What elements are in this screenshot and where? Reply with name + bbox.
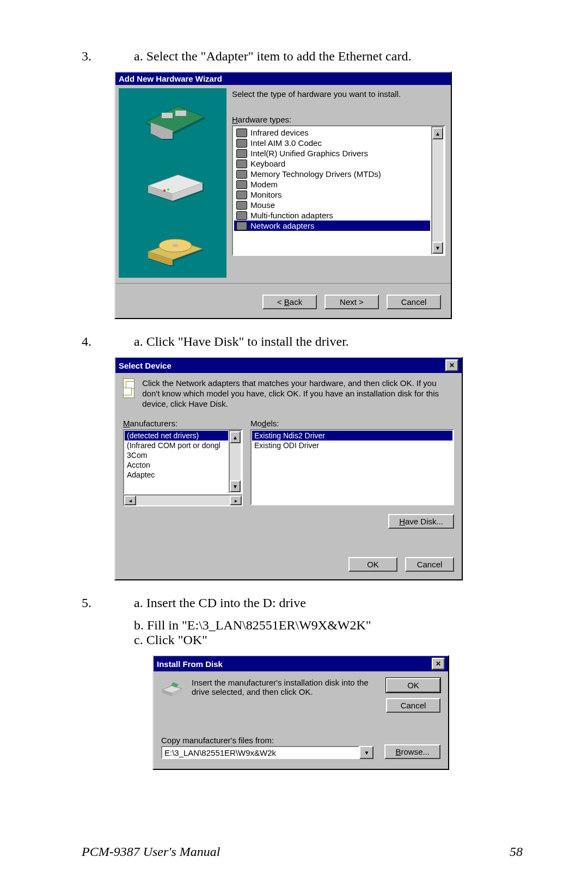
path-input[interactable]	[161, 746, 359, 759]
path-combobox[interactable]: ▼	[161, 746, 373, 759]
step-4-number: 4.	[82, 334, 134, 349]
step-5: 5. a. Insert the CD into the D: drive	[82, 596, 523, 610]
hardware-type-item[interactable]: Monitors	[234, 189, 430, 200]
floppy-drive-icon	[161, 681, 183, 698]
step-3-text: a. Select the "Adapter" item to add the …	[134, 49, 523, 64]
step-5-b: b. Fill in "E:\3_LAN\82551ER\W9X&W2K"	[134, 618, 523, 633]
dialog-titlebar: Install From Disk ✕	[154, 656, 448, 671]
scroll-up-icon[interactable]: ▲	[432, 127, 443, 139]
select-device-description: Click the Network adapters that matches …	[142, 378, 454, 409]
dialog-title: Add New Hardware Wizard	[119, 74, 222, 83]
copy-from-label: Copy manufacturer's files from:	[161, 736, 373, 745]
scroll-down-icon[interactable]: ▼	[432, 242, 443, 254]
device-icon	[236, 222, 247, 230]
footer-manual-title: PCM-9387 User's Manual	[82, 845, 510, 859]
device-icon	[236, 201, 247, 210]
dialog-titlebar: Select Device ✕	[115, 358, 462, 373]
cancel-button[interactable]: Cancel	[386, 698, 440, 713]
svg-rect-2	[175, 111, 186, 116]
dialog-title: Select Device	[119, 361, 171, 370]
dialog-titlebar: Add New Hardware Wizard	[115, 72, 451, 85]
svg-point-8	[167, 188, 169, 191]
step-4-text: a. Click "Have Disk" to install the driv…	[134, 334, 523, 349]
install-from-disk-dialog: Install From Disk ✕ Insert the manufactu…	[152, 655, 449, 770]
device-icon	[236, 139, 247, 148]
hardware-type-item[interactable]: Modem	[234, 179, 430, 189]
step-3: 3. a. Select the "Adapter" item to add t…	[82, 49, 523, 64]
have-disk-button[interactable]: Have Disk...	[388, 514, 454, 529]
add-new-hardware-wizard-dialog: Add New Hardware Wizard	[114, 71, 452, 319]
ok-button[interactable]: OK	[348, 557, 397, 572]
hardware-type-item[interactable]: Intel AIM 3.0 Codec	[234, 138, 430, 148]
hardware-type-item[interactable]: Keyboard	[234, 158, 430, 169]
device-icon	[236, 180, 247, 189]
wizard-prompt: Select the type of hardware you want to …	[232, 89, 445, 99]
scrollbar[interactable]: ▲ ▼	[229, 430, 242, 493]
modem-box-icon	[140, 164, 205, 202]
manufacturer-item[interactable]: Adaptec	[125, 470, 228, 480]
step-5-a: a. Insert the CD into the D: drive	[134, 596, 523, 610]
back-button[interactable]: < Back	[262, 295, 317, 309]
device-icon	[236, 191, 247, 199]
svg-rect-1	[162, 113, 173, 118]
manufacturers-list[interactable]: (detected net drivers)(Infrared COM port…	[123, 429, 243, 494]
cd-drive-icon	[140, 227, 205, 265]
svg-point-7	[163, 189, 166, 192]
hardware-types-label: Hardware types:	[232, 115, 445, 124]
pci-card-icon	[140, 101, 205, 139]
device-icon	[236, 149, 247, 158]
svg-point-11	[172, 244, 179, 247]
hardware-type-item[interactable]: Intel(R) Unified Graphics Drivers	[234, 148, 430, 158]
step-4: 4. a. Click "Have Disk" to install the d…	[82, 334, 523, 349]
dialog-title: Install From Disk	[157, 659, 223, 669]
scroll-up-icon[interactable]: ▲	[230, 431, 241, 443]
hardware-type-item[interactable]: Infrared devices	[234, 127, 430, 138]
hardware-types-list[interactable]: Infrared devicesIntel AIM 3.0 CodecIntel…	[232, 125, 445, 256]
device-icon	[236, 129, 247, 137]
device-icon	[236, 160, 247, 168]
wizard-sidebar-graphic	[119, 88, 226, 278]
browse-button[interactable]: Browse...	[384, 744, 440, 759]
manufacturer-item[interactable]: Accton	[125, 460, 228, 470]
close-icon[interactable]: ✕	[445, 359, 458, 371]
model-item[interactable]: Existing ODI Driver	[252, 440, 452, 450]
hardware-type-item[interactable]: Memory Technology Drivers (MTDs)	[234, 169, 430, 179]
hardware-type-item[interactable]: Multi-function adapters	[234, 210, 430, 221]
ok-button[interactable]: OK	[386, 678, 440, 693]
network-adapter-icon	[123, 378, 134, 398]
model-item[interactable]: Existing Ndis2 Driver	[252, 431, 452, 440]
models-label: Models:	[250, 419, 454, 428]
close-icon[interactable]: ✕	[432, 658, 445, 670]
step-5-c: c. Click "OK"	[134, 633, 523, 647]
cancel-button[interactable]: Cancel	[405, 557, 454, 572]
scroll-left-icon[interactable]: ◂	[124, 495, 136, 505]
h-scrollbar[interactable]: ◂ ▸	[123, 494, 243, 506]
device-icon	[236, 170, 247, 179]
scroll-down-icon[interactable]: ▼	[230, 480, 241, 492]
scrollbar[interactable]: ▲ ▼	[431, 126, 444, 255]
hardware-type-item[interactable]: Network adapters	[234, 221, 430, 231]
next-button[interactable]: Next >	[324, 295, 379, 309]
step-5-number: 5.	[82, 596, 134, 610]
install-from-disk-message: Insert the manufacturer's installation d…	[192, 678, 377, 696]
manufacturer-item[interactable]: (Infrared COM port or dongl	[125, 440, 228, 450]
hardware-type-item[interactable]: Mouse	[234, 200, 430, 210]
select-device-dialog: Select Device ✕ Click the Network adapte…	[114, 357, 463, 580]
manufacturer-item[interactable]: 3Com	[125, 450, 228, 460]
scroll-right-icon[interactable]: ▸	[230, 495, 242, 505]
manufacturer-item[interactable]: (detected net drivers)	[125, 431, 228, 440]
models-list[interactable]: Existing Ndis2 DriverExisting ODI Driver	[250, 429, 454, 505]
device-icon	[236, 211, 247, 220]
manufacturers-label: Manufacturers:	[123, 419, 243, 428]
cancel-button[interactable]: Cancel	[387, 295, 441, 309]
page-footer: PCM-9387 User's Manual 58	[82, 845, 523, 859]
footer-page-number: 58	[510, 845, 523, 859]
dropdown-icon[interactable]: ▼	[359, 746, 373, 759]
step-3-number: 3.	[82, 49, 134, 64]
